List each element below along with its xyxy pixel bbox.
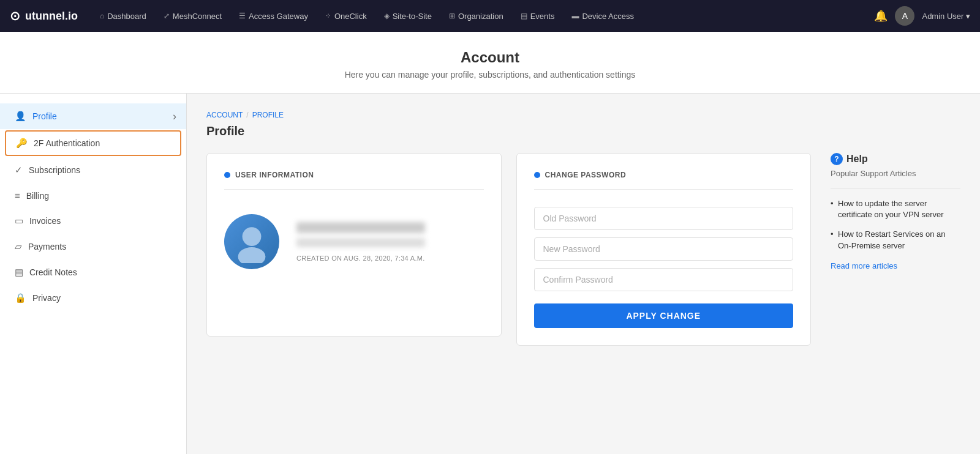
page-subtitle: Here you can manage your profile, subscr… — [0, 70, 980, 80]
sidebar-subscriptions-label: Subscriptions — [29, 165, 80, 175]
sidebar-item-2fa[interactable]: 🔑 2F Authentication — [5, 130, 181, 156]
meshconnect-icon: ⤢ — [164, 12, 170, 20]
notifications-bell[interactable]: 🔔 — [874, 9, 888, 23]
nav-right: 🔔 A Admin User ▾ — [874, 6, 970, 26]
user-avatar-large — [224, 214, 279, 269]
help-article-1: How to update the server certificate on … — [831, 198, 960, 220]
breadcrumb: ACCOUNT / PROFILE — [206, 111, 960, 119]
nav-oneclick-label: OneClick — [334, 12, 367, 21]
sidebar-item-credit-notes[interactable]: ▤ Credit Notes — [0, 259, 186, 285]
sidebar-item-payments[interactable]: ▱ Payments — [0, 234, 186, 259]
payments-icon: ▱ — [15, 241, 22, 252]
nav-site-to-site-label: Site-to-Site — [393, 12, 432, 21]
nav-dashboard[interactable]: ⌂ Dashboard — [92, 8, 154, 24]
cards-row: USER INFORMATION Admin Jones admin.jones… — [206, 153, 960, 346]
user-info-card: USER INFORMATION Admin Jones admin.jones… — [206, 153, 502, 337]
subscriptions-icon: ✓ — [15, 165, 23, 176]
sidebar: 👤 Profile 🔑 2F Authentication ✓ Subscrip… — [0, 94, 187, 454]
oneclick-icon: ⁘ — [325, 12, 331, 20]
invoices-icon: ▭ — [15, 215, 23, 226]
avatar-initials: A — [902, 11, 908, 21]
change-password-header-label: CHANGE PASSWORD — [545, 171, 627, 179]
old-password-field — [534, 207, 794, 230]
page-header: Account Here you can manage your profile… — [0, 32, 980, 94]
device-access-icon: ▬ — [571, 12, 579, 20]
breadcrumb-separator: / — [246, 111, 248, 119]
apply-change-button[interactable]: APPLY CHANGE — [534, 303, 794, 328]
nav-meshconnect-label: MeshConnect — [173, 12, 222, 21]
change-password-dot — [534, 172, 540, 178]
svg-point-0 — [243, 227, 262, 246]
confirm-password-field — [534, 268, 794, 291]
sidebar-2fa-label: 2F Authentication — [34, 138, 100, 148]
nav-site-to-site[interactable]: ◈ Site-to-Site — [377, 8, 439, 24]
content-title: Profile — [206, 124, 960, 138]
nav-links: ⌂ Dashboard ⤢ MeshConnect ☰ Access Gatew… — [92, 8, 874, 24]
avatar-svg — [230, 220, 273, 263]
help-title: ? Help — [831, 153, 960, 165]
nav-events[interactable]: ▤ Events — [513, 8, 562, 24]
user-info-header: USER INFORMATION — [224, 171, 484, 190]
logo-text: utunnel.io — [25, 10, 78, 23]
nav-access-gateway[interactable]: ☰ Access Gateway — [232, 8, 315, 24]
help-title-label: Help — [846, 154, 868, 165]
page-title: Account — [0, 49, 980, 66]
help-panel: ? Help Popular Support Articles How to u… — [826, 153, 960, 271]
change-password-header: CHANGE PASSWORD — [534, 171, 794, 190]
breadcrumb-current: PROFILE — [252, 111, 284, 119]
credit-notes-icon: ▤ — [15, 267, 23, 278]
events-icon: ▤ — [521, 12, 527, 20]
site-to-site-icon: ◈ — [384, 12, 390, 20]
nav-oneclick[interactable]: ⁘ OneClick — [318, 8, 374, 24]
sidebar-item-billing[interactable]: ≡ Billing — [0, 183, 186, 208]
new-password-field — [534, 237, 794, 261]
sidebar-item-subscriptions[interactable]: ✓ Subscriptions — [0, 157, 186, 183]
user-created-date: CREATED ON AUG. 28, 2020, 7:34 A.M. — [296, 255, 425, 262]
sidebar-credit-notes-label: Credit Notes — [29, 267, 77, 277]
sidebar-profile-label: Profile — [32, 111, 57, 121]
privacy-icon: 🔒 — [15, 292, 26, 303]
sidebar-billing-label: Billing — [26, 191, 49, 201]
sidebar-privacy-label: Privacy — [32, 293, 61, 303]
sidebar-item-privacy[interactable]: 🔒 Privacy — [0, 285, 186, 311]
sidebar-payments-label: Payments — [28, 242, 66, 251]
profile-icon: 👤 — [15, 111, 26, 122]
organization-icon: ⊞ — [449, 12, 455, 20]
nav-events-label: Events — [530, 12, 555, 21]
help-icon: ? — [831, 153, 843, 165]
nav-device-access-label: Device Access — [582, 12, 634, 21]
2fa-icon: 🔑 — [16, 138, 28, 149]
nav-access-gateway-label: Access Gateway — [249, 12, 308, 21]
user-info-dot — [224, 172, 230, 178]
main-layout: 👤 Profile 🔑 2F Authentication ✓ Subscrip… — [0, 94, 980, 454]
sidebar-item-invoices[interactable]: ▭ Invoices — [0, 208, 186, 234]
new-password-input[interactable] — [534, 237, 794, 261]
user-email: admin.jones@example.com — [296, 238, 425, 247]
breadcrumb-root[interactable]: ACCOUNT — [206, 111, 243, 119]
top-navigation: ⊙ utunnel.io ⌂ Dashboard ⤢ MeshConnect ☰… — [0, 0, 980, 32]
help-article-2: How to Restart Services on an On-Premise… — [831, 229, 960, 251]
billing-icon: ≡ — [15, 190, 20, 201]
user-info-header-label: USER INFORMATION — [235, 171, 314, 179]
nav-meshconnect[interactable]: ⤢ MeshConnect — [156, 8, 229, 24]
user-info-content: Admin Jones admin.jones@example.com CREA… — [224, 207, 484, 277]
nav-organization[interactable]: ⊞ Organization — [442, 8, 511, 24]
app-logo[interactable]: ⊙ utunnel.io — [10, 9, 78, 23]
dashboard-icon: ⌂ — [100, 12, 104, 20]
help-subtitle: Popular Support Articles — [831, 169, 960, 178]
sidebar-item-profile[interactable]: 👤 Profile — [0, 103, 186, 129]
nav-device-access[interactable]: ▬ Device Access — [564, 8, 641, 24]
svg-point-1 — [238, 247, 266, 263]
sidebar-invoices-label: Invoices — [29, 216, 61, 226]
help-divider — [831, 188, 960, 188]
username-dropdown[interactable]: Admin User ▾ — [922, 12, 970, 21]
user-avatar[interactable]: A — [895, 6, 914, 26]
old-password-input[interactable] — [534, 207, 794, 230]
user-details: Admin Jones admin.jones@example.com CREA… — [296, 222, 425, 262]
user-name: Admin Jones — [296, 222, 425, 233]
nav-organization-label: Organization — [458, 12, 503, 21]
read-more-link[interactable]: Read more articles — [831, 261, 897, 270]
confirm-password-input[interactable] — [534, 268, 794, 291]
logo-icon: ⊙ — [10, 9, 20, 23]
nav-dashboard-label: Dashboard — [107, 12, 146, 21]
